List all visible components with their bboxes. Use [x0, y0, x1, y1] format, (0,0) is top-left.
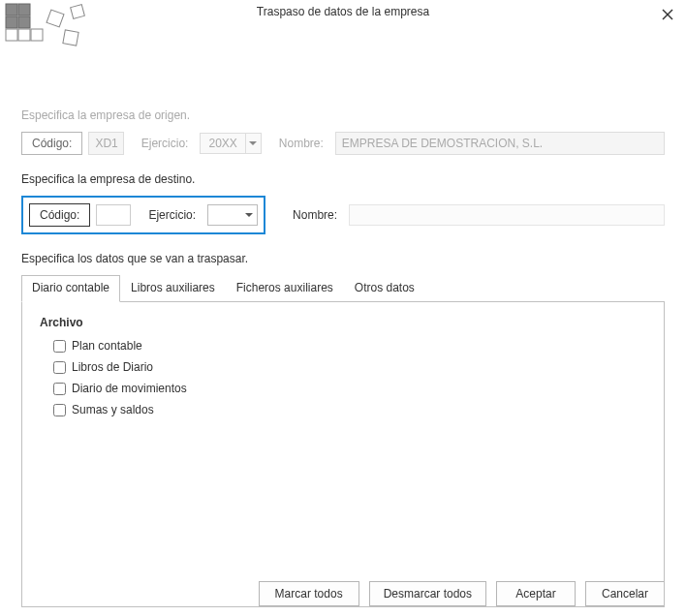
tab-otros-datos[interactable]: Otros datos: [344, 275, 425, 301]
origin-codigo-label: Código:: [21, 132, 82, 155]
dialog-title: Traspaso de datos de la empresa: [257, 5, 429, 18]
close-icon: [662, 7, 673, 23]
group-title-archivo: Archivo: [40, 316, 646, 329]
destination-codigo-label[interactable]: Código:: [29, 203, 90, 227]
origin-row: Código: XD1 Ejercicio: 20XX Nombre: EMPR…: [21, 132, 665, 155]
checkbox-input[interactable]: [53, 404, 66, 416]
svg-rect-4: [6, 16, 17, 28]
svg-rect-8: [31, 29, 43, 41]
destination-ejercicio-label: Ejercicio:: [148, 208, 196, 222]
origin-ejercicio-label: Ejercicio:: [141, 137, 189, 150]
destination-nombre-input[interactable]: [349, 204, 665, 226]
chevron-down-icon: [241, 213, 257, 218]
svg-rect-5: [18, 16, 30, 28]
checkbox-input[interactable]: [53, 383, 66, 395]
svg-rect-10: [71, 5, 85, 19]
svg-rect-11: [63, 30, 78, 46]
origin-nombre-value: EMPRESA DE DEMOSTRACION, S.L.: [335, 132, 665, 155]
origin-nombre-label: Nombre:: [279, 137, 324, 150]
destination-nombre-label: Nombre:: [293, 208, 337, 222]
transfer-section-label: Especifica los datos que se van a traspa…: [21, 252, 665, 265]
tab-diario-contable[interactable]: Diario contable: [21, 275, 120, 302]
tab-ficheros-auxiliares[interactable]: Ficheros auxiliares: [226, 275, 344, 301]
svg-rect-3: [18, 4, 30, 15]
destination-ejercicio-dropdown[interactable]: [207, 204, 258, 226]
checkbox-label: Libros de Diario: [72, 360, 153, 374]
app-logo: [4, 2, 101, 60]
tab-libros-auxiliares[interactable]: Libros auxiliares: [120, 275, 226, 301]
origin-ejercicio-dropdown: 20XX: [200, 133, 261, 154]
destination-row: Código: Ejercicio: Nombre:: [21, 196, 665, 234]
svg-rect-6: [6, 29, 17, 41]
checkbox-libros-diario[interactable]: Libros de Diario: [53, 360, 646, 374]
destination-highlight-group: Código: Ejercicio:: [21, 196, 265, 234]
tabs-container: Diario contable Libros auxiliares Ficher…: [21, 275, 665, 607]
svg-rect-7: [18, 29, 30, 41]
chevron-down-icon: [245, 134, 261, 153]
origin-section-label: Especifica la empresa de origen.: [21, 108, 665, 122]
origin-ejercicio-value: 20XX: [201, 137, 244, 150]
checkbox-label: Sumas y saldos: [72, 403, 154, 416]
origin-codigo-value: XD1: [88, 132, 123, 155]
checkbox-diario-movimientos[interactable]: Diario de movimientos: [53, 382, 646, 395]
checkbox-sumas-saldos[interactable]: Sumas y saldos: [53, 403, 646, 416]
destination-codigo-input[interactable]: [96, 204, 131, 226]
checkbox-label: Diario de movimientos: [72, 382, 187, 395]
checkbox-label: Plan contable: [72, 339, 142, 353]
dialog-header: Traspaso de datos de la empresa: [0, 0, 686, 23]
tabs-header: Diario contable Libros auxiliares Ficher…: [21, 275, 665, 301]
close-button[interactable]: [661, 8, 674, 21]
tab-panel: Archivo Plan contable Libros de Diario D…: [21, 301, 665, 607]
destination-section-label: Especifica la empresa de destino.: [21, 172, 665, 186]
checkbox-input[interactable]: [53, 361, 66, 374]
checkbox-input[interactable]: [53, 340, 66, 353]
svg-rect-9: [47, 10, 64, 27]
checkbox-plan-contable[interactable]: Plan contable: [53, 339, 646, 353]
checkbox-list: Plan contable Libros de Diario Diario de…: [40, 339, 646, 416]
svg-rect-2: [6, 4, 17, 15]
